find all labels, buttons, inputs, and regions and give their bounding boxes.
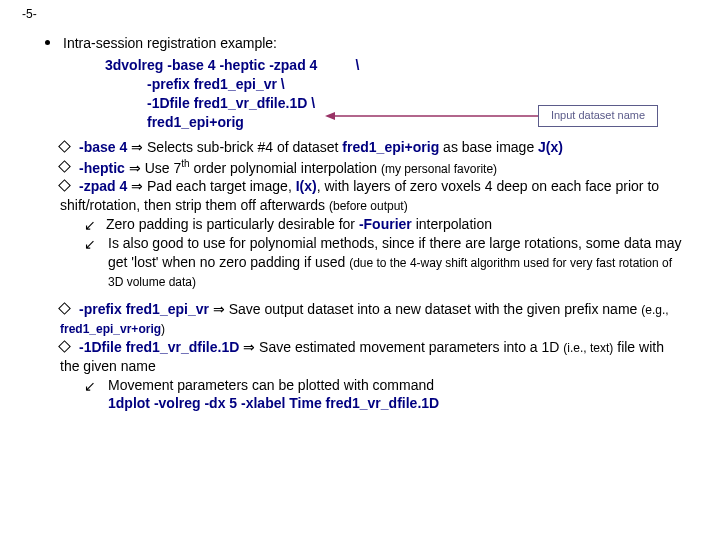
sub-bullet-zeropad-fourier: ↙Zero padding is particularly desirable … [60, 215, 682, 234]
diamond-icon [58, 160, 71, 173]
sub-bullet-zeropad-poly: ↙ Is also good to use for polynomial met… [60, 234, 682, 291]
callout-arrow-icon [325, 112, 538, 120]
sub-bullet-plot: ↙ Movement parameters can be plotted wit… [60, 376, 682, 414]
diamond-icon [58, 340, 71, 353]
title-text: Intra-session registration example: [63, 35, 277, 51]
svg-marker-1 [325, 112, 335, 120]
code-line-4: fred1_epi+orig [105, 113, 359, 132]
bullet-dot-icon [45, 40, 50, 45]
sub-arrow-icon: ↙ [84, 377, 96, 396]
bullet-1dfile: -1Dfile fred1_vr_dfile.1D ⇒ Save estimat… [60, 338, 682, 376]
bullet-zpad: -zpad 4 ⇒ Pad each target image, I(x), w… [60, 177, 682, 215]
bullet-heptic: -heptic ⇒ Use 7th order polynomial inter… [60, 157, 682, 178]
bullet-prefix: -prefix fred1_epi_vr ⇒ Save output datas… [60, 300, 682, 338]
code-line-3: -1Dfile fred1_vr_dfile.1D \ [105, 94, 359, 113]
diamond-icon [58, 140, 71, 153]
diamond-icon [58, 179, 71, 192]
page-number: -5- [22, 6, 37, 22]
callout-label: Input dataset name [538, 105, 658, 127]
slide-page: -5- Intra-session registration example: … [0, 0, 720, 540]
code-block: 3dvolreg -base 4 -heptic -zpad 4\ -prefi… [105, 56, 359, 132]
bullet-base4: -base 4 ⇒ Selects sub-brick #4 of datase… [60, 138, 682, 157]
bullets-group-2: -prefix fred1_epi_vr ⇒ Save output datas… [60, 300, 682, 413]
title-bullet: Intra-session registration example: [45, 34, 685, 53]
sub-arrow-icon: ↙ [84, 235, 96, 254]
code-line-1: 3dvolreg -base 4 -heptic -zpad 4\ [105, 56, 359, 75]
bullets-group-1: -base 4 ⇒ Selects sub-brick #4 of datase… [60, 138, 682, 291]
code-line-2: -prefix fred1_epi_vr \ [105, 75, 359, 94]
sub-arrow-icon: ↙ [84, 216, 96, 235]
diamond-icon [58, 302, 71, 315]
